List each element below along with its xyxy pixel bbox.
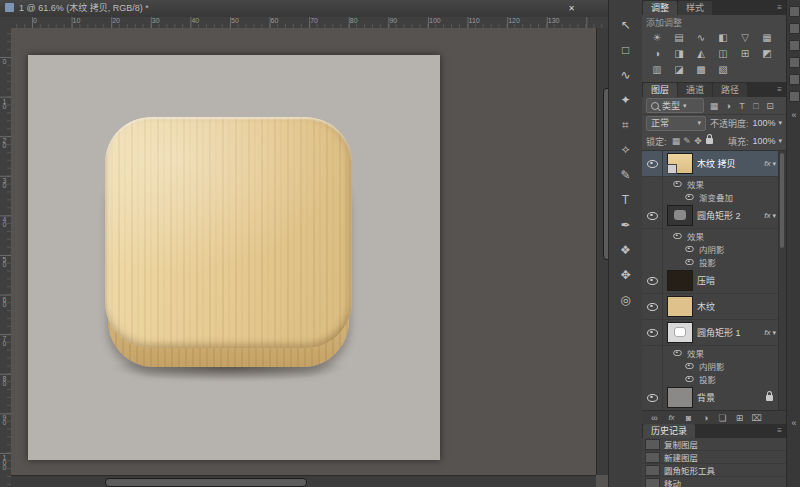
panel-menu-icon[interactable]: ≡ [777,4,782,12]
link-layers-icon[interactable]: ∞ [648,411,661,425]
adjustment-layer-icon[interactable]: ◑ [699,411,712,425]
fill-value[interactable]: 100% ▾ [752,136,782,146]
new-group-icon[interactable]: ❏ [716,411,729,425]
black-white-icon[interactable]: ◨ [668,46,690,62]
close-icon[interactable]: ✕ [566,3,577,14]
layer-thumbnail[interactable] [667,322,693,343]
visibility-toggle[interactable] [642,320,663,345]
panel-menu-icon[interactable]: ≡ [777,86,782,94]
layer-thumbnail[interactable] [667,153,693,174]
effect-item-row[interactable]: 渐变叠加 [642,190,779,203]
lasso-tool-icon[interactable]: ∿ [614,63,638,87]
threshold-icon[interactable]: ◪ [668,62,690,78]
hue-saturation-icon[interactable]: ▦ [756,30,778,46]
visibility-toggle[interactable] [642,268,663,293]
effect-item-row[interactable]: 投影 [642,255,779,268]
effect-eye-icon[interactable] [685,363,693,369]
visibility-toggle[interactable] [642,203,663,228]
eyedropper-tool-icon[interactable]: ✧ [614,138,638,162]
filter-pixel-layers-icon[interactable]: ▦ [707,101,721,111]
levels-icon[interactable]: ▤ [668,30,690,46]
effect-eye-icon[interactable] [673,181,681,187]
visibility-toggle[interactable] [642,151,663,176]
filter-shape-layers-icon[interactable]: □ [749,101,763,111]
layer-row[interactable]: 木纹 [642,294,779,320]
artboard[interactable] [28,55,440,460]
layer-thumbnail[interactable] [667,205,693,226]
invert-icon[interactable]: ◩ [756,46,778,62]
marquee-tool-icon[interactable]: □ [614,38,638,62]
delete-layer-icon[interactable]: ⌧ [750,411,763,425]
tab-adjustments[interactable]: 调整 [643,1,677,15]
layer-filter-select[interactable]: 类型 ▾ [646,98,704,113]
visibility-toggle[interactable] [642,294,663,319]
layer-row[interactable]: 背景 [642,385,779,411]
tab-paths[interactable]: 路径 [713,83,747,97]
collapsed-panel-icon[interactable] [789,91,800,102]
gradient-map-icon[interactable]: ▩ [690,62,712,78]
document-titlebar[interactable]: 1 @ 61.6% (木纹 拷贝, RGB/8) * ✕ [0,0,613,18]
layer-fx-indicator[interactable]: fx [764,159,772,168]
zoom-tool-icon[interactable]: ◎ [614,288,638,312]
history-step-new-layer[interactable]: 新建图层 [642,451,786,464]
layer-row[interactable]: 木纹 拷贝fx▾ [642,151,779,177]
move-tool-icon[interactable]: ↖ [614,13,638,37]
lock-all-icon[interactable] [706,138,713,144]
blend-mode-select[interactable]: 正常 ▾ [646,116,706,131]
lock-transparency-icon[interactable]: ▦ [671,136,682,146]
layer-style-icon[interactable]: fx [665,411,678,425]
layer-thumbnail[interactable] [667,296,693,317]
vibrance-icon[interactable]: ▽ [734,30,756,46]
history-step-duplicate-layer[interactable]: 复制图层 [642,438,786,451]
collapsed-panel-icon[interactable] [789,74,800,85]
scrollbar-thumb[interactable] [780,153,784,248]
collapsed-panel-icon[interactable] [789,23,800,34]
filter-type-layers-icon[interactable]: T [735,101,749,111]
filter-adjustment-layers-icon[interactable]: ◑ [721,101,735,111]
tab-history[interactable]: 历史记录 [643,424,695,438]
new-layer-icon[interactable]: ⊞ [733,411,746,425]
selective-color-icon[interactable]: ▧ [712,62,734,78]
lock-pixels-icon[interactable]: ✎ [682,136,693,146]
lock-position-icon[interactable]: ✥ [693,136,704,146]
effect-eye-icon[interactable] [685,259,693,265]
effect-eye-icon[interactable] [685,246,693,252]
color-lookup-icon[interactable]: ⊞ [734,46,756,62]
hand-tool-icon[interactable]: ✥ [614,263,638,287]
opacity-value[interactable]: 100% ▾ [752,118,782,128]
3d-tool-icon[interactable]: ❖ [614,238,638,262]
brightness-contrast-icon[interactable]: ☀ [646,30,668,46]
history-step-move[interactable]: 移动 [642,477,786,487]
posterize-icon[interactable]: ▥ [646,62,668,78]
brush-tool-icon[interactable]: ✎ [614,163,638,187]
panel-menu-icon[interactable]: ≡ [777,427,782,435]
effect-eye-icon[interactable] [685,376,693,382]
effects-header-row[interactable]: 效果 [642,177,779,190]
layer-fx-indicator[interactable]: fx [764,211,772,220]
layer-thumbnail[interactable] [667,387,693,408]
effects-header-row[interactable]: 效果 [642,229,779,242]
collapsed-panel-icon[interactable] [789,57,800,68]
effects-header-row[interactable]: 效果 [642,346,779,359]
tab-channels[interactable]: 通道 [678,83,712,97]
tab-styles[interactable]: 样式 [678,1,712,15]
layers-scrollbar[interactable] [778,151,786,411]
type-tool-icon[interactable]: T [614,188,638,212]
effect-eye-icon[interactable] [673,233,681,239]
quick-selection-tool-icon[interactable]: ✦ [614,88,638,112]
collapsed-panel-icon[interactable] [789,40,800,51]
effect-item-row[interactable]: 内阴影 [642,359,779,372]
expand-panels-icon-bottom[interactable]: « [787,418,800,428]
canvas-area[interactable] [11,28,596,475]
visibility-toggle[interactable] [642,385,663,410]
effect-eye-icon[interactable] [673,350,681,356]
canvas-horizontal-scrollbar[interactable] [11,475,596,487]
layer-row[interactable]: 压暗 [642,268,779,294]
history-step-rounded-rectangle-tool[interactable]: 圆角矩形工具 [642,464,786,477]
channel-mixer-icon[interactable]: ◫ [712,46,734,62]
effect-eye-icon[interactable] [685,194,693,200]
crop-tool-icon[interactable]: ⌗ [614,113,638,137]
photo-filter-icon[interactable]: ◭ [690,46,712,62]
layer-row[interactable]: 圆角矩形 2fx▾ [642,203,779,229]
color-balance-icon[interactable]: ◑ [646,46,668,62]
